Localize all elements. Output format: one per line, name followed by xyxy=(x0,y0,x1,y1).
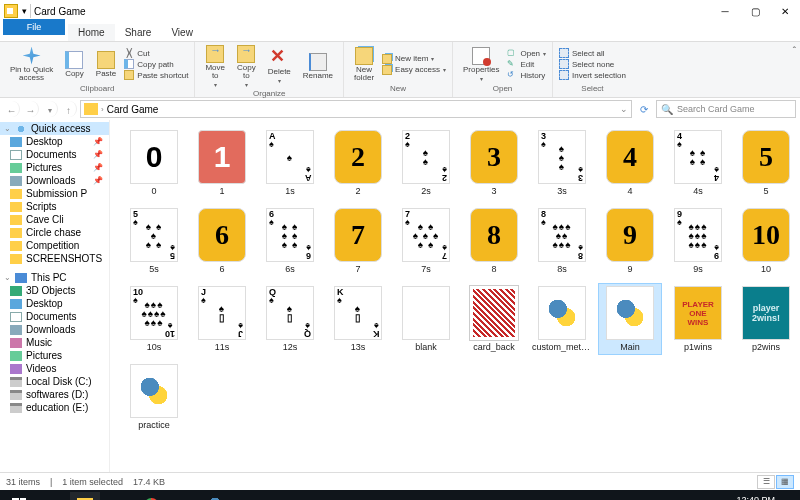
paste-button[interactable]: Paste xyxy=(92,50,120,79)
breadcrumb-segment[interactable]: Card Game xyxy=(107,104,159,115)
file-5[interactable]: 55 xyxy=(735,128,797,198)
nav-item-education-e-[interactable]: education (E:) xyxy=(0,401,109,414)
file-p1wins[interactable]: PLAYER ONE WINSp1wins xyxy=(667,284,729,354)
dropdown-icon[interactable]: ⌄ xyxy=(620,104,628,114)
tab-share[interactable]: Share xyxy=(115,24,162,41)
move-to-button[interactable]: Move to▾ xyxy=(201,44,229,89)
pin-quick-access-button[interactable]: Pin to Quick access xyxy=(6,46,57,83)
icons-view-button[interactable]: ▦ xyxy=(776,475,794,489)
file-9[interactable]: 99 xyxy=(599,206,661,276)
nav-item-downloads[interactable]: Downloads📌 xyxy=(0,174,109,187)
open-button[interactable]: ▢Open ▾ xyxy=(507,48,546,58)
nav-item-documents[interactable]: Documents📌 xyxy=(0,148,109,161)
file-4[interactable]: 44 xyxy=(599,128,661,198)
taskbar-python[interactable] xyxy=(202,492,232,500)
file-custom_method_test[interactable]: custom_method_test xyxy=(531,284,593,354)
rename-button[interactable]: Rename xyxy=(299,52,337,81)
nav-item-local-disk-c-[interactable]: Local Disk (C:) xyxy=(0,375,109,388)
collapse-ribbon-button[interactable]: ˆ xyxy=(789,42,800,97)
maximize-button[interactable]: ▢ xyxy=(740,0,770,22)
down-icon[interactable]: ▾ xyxy=(22,6,27,16)
tab-file[interactable]: File xyxy=(3,19,65,35)
file-11s[interactable]: J♠♠ ▯J♠11s xyxy=(191,284,253,354)
file-practice[interactable]: practice xyxy=(123,362,185,432)
nav-item-documents[interactable]: Documents xyxy=(0,310,109,323)
file-1s[interactable]: A♠♠A♠1s xyxy=(259,128,321,198)
file-3[interactable]: 33 xyxy=(463,128,525,198)
file-9s[interactable]: 9♠♠♠♠ ♠♠♠ ♠♠♠9♠9s xyxy=(667,206,729,276)
recent-button[interactable]: ▾ xyxy=(42,101,58,117)
nav-item-desktop[interactable]: Desktop📌 xyxy=(0,135,109,148)
copy-to-button[interactable]: Copy to▾ xyxy=(233,44,260,89)
start-button[interactable] xyxy=(4,492,34,500)
nav-item-pictures[interactable]: Pictures📌 xyxy=(0,161,109,174)
nav-item-this-pc[interactable]: ⌄ This PC xyxy=(0,271,109,284)
nav-item-screenshots[interactable]: SCREENSHOTS xyxy=(0,252,109,265)
tab-home[interactable]: Home xyxy=(68,24,115,41)
task-view-button[interactable]: ⊞ xyxy=(37,492,67,500)
invert-selection-button[interactable]: Invert selection xyxy=(559,70,626,80)
file-6[interactable]: 66 xyxy=(191,206,253,276)
clock[interactable]: 12:40 PM 10/17/2021 xyxy=(730,495,775,500)
easy-access-button[interactable]: Easy access ▾ xyxy=(382,65,446,75)
file-Main[interactable]: Main xyxy=(599,284,661,354)
nav-item-scripts[interactable]: Scripts xyxy=(0,200,109,213)
close-button[interactable]: ✕ xyxy=(770,0,800,22)
select-all-button[interactable]: Select all xyxy=(559,48,626,58)
delete-button[interactable]: ✕Delete▾ xyxy=(264,48,295,85)
taskbar-explorer[interactable] xyxy=(70,492,100,500)
copy-button[interactable]: Copy xyxy=(61,50,88,79)
nav-item-downloads[interactable]: Downloads xyxy=(0,323,109,336)
file-card_back[interactable]: card_back xyxy=(463,284,525,354)
file-blank[interactable]: blank xyxy=(395,284,457,354)
taskbar-app1[interactable]: ▣ xyxy=(169,492,199,500)
nav-item-videos[interactable]: Videos xyxy=(0,362,109,375)
file-2s[interactable]: 2♠♠ ♠2♠2s xyxy=(395,128,457,198)
taskbar-chrome[interactable] xyxy=(136,492,166,500)
nav-item-music[interactable]: Music xyxy=(0,336,109,349)
file-8[interactable]: 88 xyxy=(463,206,525,276)
file-6s[interactable]: 6♠♠ ♠ ♠ ♠ ♠ ♠6♠6s xyxy=(259,206,321,276)
file-10s[interactable]: 10♠♠♠♠ ♠♠♠♠ ♠♠♠10♠10s xyxy=(123,284,185,354)
nav-item-cave-cli[interactable]: Cave Cli xyxy=(0,213,109,226)
nav-item-quick-access[interactable]: ⌄ Quick access xyxy=(0,122,109,135)
nav-item-pictures[interactable]: Pictures xyxy=(0,349,109,362)
taskbar-brave[interactable]: ◉ xyxy=(103,492,133,500)
cut-button[interactable]: Cut xyxy=(124,48,188,58)
breadcrumb[interactable]: › Card Game ⌄ xyxy=(80,100,632,118)
new-folder-button[interactable]: New folder xyxy=(350,46,378,83)
file-5s[interactable]: 5♠♠ ♠ ♠ ♠ ♠5♠5s xyxy=(123,206,185,276)
nav-item-softwares-d-[interactable]: softwares (D:) xyxy=(0,388,109,401)
file-3s[interactable]: 3♠♠ ♠ ♠3♠3s xyxy=(531,128,593,198)
paste-shortcut-button[interactable]: Paste shortcut xyxy=(124,70,188,80)
file-7[interactable]: 77 xyxy=(327,206,389,276)
minimize-button[interactable]: ─ xyxy=(710,0,740,22)
up-button[interactable]: ↑ xyxy=(61,101,77,117)
nav-item-desktop[interactable]: Desktop xyxy=(0,297,109,310)
search-input[interactable]: 🔍 Search Card Game xyxy=(656,100,796,118)
file-10[interactable]: 1010 xyxy=(735,206,797,276)
file-13s[interactable]: K♠♠ ▯K♠13s xyxy=(327,284,389,354)
properties-button[interactable]: Properties▾ xyxy=(459,46,503,83)
file-1[interactable]: 11 xyxy=(191,128,253,198)
details-view-button[interactable]: ☰ xyxy=(757,475,775,489)
nav-item-3d-objects[interactable]: 3D Objects xyxy=(0,284,109,297)
history-button[interactable]: ↺History xyxy=(507,70,546,80)
file-0[interactable]: 00 xyxy=(123,128,185,198)
file-p2wins[interactable]: player 2wins!p2wins xyxy=(735,284,797,354)
forward-button[interactable]: → xyxy=(23,101,39,117)
nav-item-submission-p[interactable]: Submission P xyxy=(0,187,109,200)
select-none-button[interactable]: Select none xyxy=(559,59,626,69)
new-item-button[interactable]: New item ▾ xyxy=(382,54,446,64)
file-8s[interactable]: 8♠♠♠♠ ♠♠ ♠♠♠8♠8s xyxy=(531,206,593,276)
file-4s[interactable]: 4♠♠ ♠ ♠ ♠4♠4s xyxy=(667,128,729,198)
nav-item-competition[interactable]: Competition xyxy=(0,239,109,252)
tab-view[interactable]: View xyxy=(161,24,203,41)
refresh-button[interactable]: ⟳ xyxy=(635,104,653,115)
file-7s[interactable]: 7♠♠ ♠ ♠ ♠ ♠ ♠ ♠7♠7s xyxy=(395,206,457,276)
copy-path-button[interactable]: Copy path xyxy=(124,59,188,69)
file-2[interactable]: 22 xyxy=(327,128,389,198)
nav-item-circle-chase[interactable]: Circle chase xyxy=(0,226,109,239)
file-list[interactable]: 0011A♠♠A♠1s222♠♠ ♠2♠2s333♠♠ ♠ ♠3♠3s444♠♠… xyxy=(110,120,800,472)
file-12s[interactable]: Q♠♠ ▯Q♠12s xyxy=(259,284,321,354)
